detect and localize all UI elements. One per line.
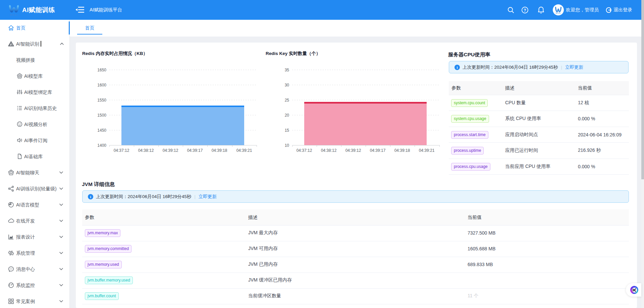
svg-text:04:39:17: 04:39:17 xyxy=(370,148,386,153)
svg-text:10: 10 xyxy=(285,143,289,148)
svg-text:30: 30 xyxy=(285,83,289,87)
svg-text:1500: 1500 xyxy=(97,113,106,118)
svg-text:04:39:12: 04:39:12 xyxy=(163,148,178,153)
svg-text:04:39:18: 04:39:18 xyxy=(212,148,227,153)
svg-text:1400: 1400 xyxy=(97,143,106,148)
svg-text:04:37:12: 04:37:12 xyxy=(114,148,129,153)
svg-text:WGAI: WGAI xyxy=(556,12,561,14)
svg-text:04:39:12: 04:39:12 xyxy=(345,148,361,153)
svg-text:1650: 1650 xyxy=(97,68,106,72)
svg-text:04:39:17: 04:39:17 xyxy=(187,148,203,153)
svg-text:04:38:12: 04:38:12 xyxy=(138,148,154,153)
svg-text:04:39:18: 04:39:18 xyxy=(394,148,410,153)
svg-text:?: ? xyxy=(524,8,526,13)
svg-text:1600: 1600 xyxy=(97,83,106,87)
svg-text:15: 15 xyxy=(285,128,289,133)
svg-text:04:39:21: 04:39:21 xyxy=(419,148,435,153)
svg-text:04:39:21: 04:39:21 xyxy=(236,148,252,153)
svg-text:35: 35 xyxy=(285,68,289,72)
svg-text:1550: 1550 xyxy=(97,98,106,103)
svg-text:25: 25 xyxy=(285,98,289,103)
svg-text:WGAI: WGAI xyxy=(10,14,18,16)
svg-text:04:38:12: 04:38:12 xyxy=(321,148,337,153)
svg-text:20: 20 xyxy=(285,113,289,118)
svg-text:1450: 1450 xyxy=(97,128,106,133)
svg-text:04:37:12: 04:37:12 xyxy=(297,148,312,153)
